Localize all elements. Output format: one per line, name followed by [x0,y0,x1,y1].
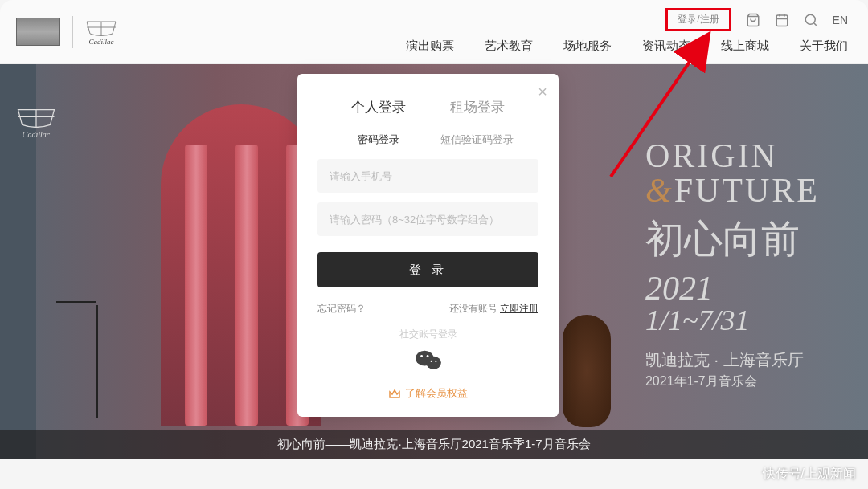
member-benefits-link[interactable]: 了解会员权益 [297,386,559,401]
header: Cadillac 登录/注册 EN 演出购票 艺术教育 场地服务 资讯动态 线上… [0,0,868,64]
poster-text: ORIGIN &FUTURE 初心向前 2021 1/1~7/31 凯迪拉克 ·… [645,137,820,390]
svg-point-15 [430,361,432,362]
subtab-sms[interactable]: 短信验证码登录 [428,132,527,147]
poster-year: 2021 [645,269,820,308]
tab-venue-login[interactable]: 租场登录 [428,98,527,116]
form-links: 忘记密码？ 还没有账号 立即注册 [297,287,559,328]
poster-title-en1: ORIGIN [645,137,820,175]
nav-education[interactable]: 艺术教育 [485,39,533,54]
subtab-password[interactable]: 密码登录 [330,132,428,147]
nav-shop[interactable]: 线上商城 [721,39,769,54]
language-toggle[interactable]: EN [833,14,848,26]
svg-point-13 [420,355,423,357]
watermark: 快传号/上观新闻 [763,466,856,483]
password-input[interactable] [317,202,538,236]
tab-personal-login[interactable]: 个人登录 [330,98,428,116]
venue-logo[interactable] [16,18,60,46]
logo-divider [72,16,73,48]
cadillac-brand-text: Cadillac [89,38,114,46]
nav-about[interactable]: 关于我们 [800,39,848,54]
member-benefits-text: 了解会员权益 [405,386,468,401]
phone-input[interactable] [317,159,538,193]
poster-title-en2: &FUTURE [645,171,820,210]
crown-icon [388,388,401,399]
hero-brand-text: Cadillac [23,130,50,139]
utility-bar: 登录/注册 EN [665,8,848,31]
register-link[interactable]: 立即注册 [500,303,538,314]
logo-section: Cadillac [16,16,117,48]
nav-tickets[interactable]: 演出购票 [406,39,454,54]
login-button[interactable]: 登 录 [317,252,538,287]
nav-news[interactable]: 资讯动态 [642,39,690,54]
wechat-login[interactable] [297,349,559,372]
hero-caption: 初心向前——凯迪拉克·上海音乐厅2021音乐季1-7月音乐会 [0,430,868,459]
poster-subtitle1: 凯迪拉克 · 上海音乐厅 [645,349,820,371]
svg-point-16 [435,361,436,362]
login-sub-tabs: 密码登录 短信验证码登录 [297,132,559,159]
login-form: 登 录 [297,159,559,287]
login-modal: × 个人登录 租场登录 密码登录 短信验证码登录 登 录 忘记密码？ 还没有账号… [297,74,559,417]
svg-point-12 [426,357,441,369]
close-icon[interactable]: × [538,84,547,100]
poster-dates: 1/1~7/31 [645,304,820,337]
login-tabs: 个人登录 租场登录 [297,74,559,132]
wechat-icon [415,349,442,372]
svg-line-8 [813,22,816,25]
poster-title-cn: 初心向前 [645,214,820,265]
nav-venue[interactable]: 场地服务 [563,39,612,54]
svg-rect-3 [776,15,788,26]
mic-stand-graphic [96,305,98,418]
poster-subtitle2: 2021年1-7月音乐会 [645,373,820,390]
hero-columns [185,145,309,426]
social-login-label: 社交账号登录 [297,328,559,341]
cadillac-crest-icon [85,18,117,38]
login-register-link[interactable]: 登录/注册 [665,8,731,31]
svg-point-7 [805,14,815,24]
calendar-icon[interactable] [775,13,789,27]
cart-icon[interactable] [746,13,760,27]
hero-cadillac-logo: Cadillac [16,104,56,139]
forgot-password-link[interactable]: 忘记密码？ [317,302,366,316]
search-icon[interactable] [804,13,818,27]
cadillac-logo[interactable]: Cadillac [85,18,117,46]
no-account-text: 还没有账号 立即注册 [449,302,538,316]
cello-graphic [563,315,611,427]
main-nav: 演出购票 艺术教育 场地服务 资讯动态 线上商城 关于我们 [406,39,848,54]
svg-point-14 [426,355,428,357]
